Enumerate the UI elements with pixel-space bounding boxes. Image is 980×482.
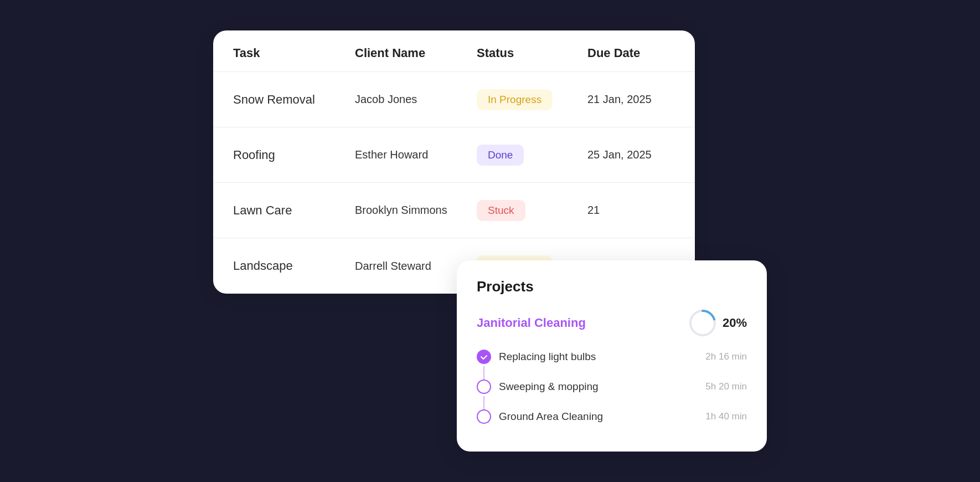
status-cell: In Progress	[477, 89, 587, 110]
task-row-content: Replacing light bulbs 2h 16 min	[499, 351, 747, 363]
projects-title: Projects	[477, 278, 747, 295]
header-due-date: Due Date	[587, 46, 695, 60]
task-time: 1h 40 min	[705, 411, 747, 422]
status-cell: Stuck	[477, 200, 587, 221]
progress-container: 20%	[688, 309, 747, 337]
client-name: Esther Howard	[355, 148, 477, 161]
task-list: Replacing light bulbs 2h 16 min Sweeping…	[477, 342, 747, 432]
check-icon	[480, 353, 488, 361]
task-row-content: Ground Area Cleaning 1h 40 min	[499, 411, 747, 423]
task-time: 5h 20 min	[705, 381, 747, 392]
status-cell: Done	[477, 145, 587, 166]
header-client: Client Name	[355, 46, 477, 60]
projects-card: Projects Janitorial Cleaning 20%	[457, 260, 767, 452]
task-item: Replacing light bulbs 2h 16 min	[477, 342, 747, 372]
task-item: Ground Area Cleaning 1h 40 min	[477, 402, 747, 432]
main-container: Task Client Name Status Due Date Priorit…	[213, 30, 767, 452]
task-name: Roofing	[233, 148, 355, 162]
project-name: Janitorial Cleaning	[477, 316, 586, 330]
due-date: 21 Jan, 2025	[587, 93, 695, 106]
table-row: Snow Removal Jacob Jones In Progress 21 …	[213, 72, 695, 127]
task-label: Ground Area Cleaning	[499, 411, 699, 423]
task-label: Replacing light bulbs	[499, 351, 699, 363]
project-header: Janitorial Cleaning 20%	[477, 309, 747, 337]
task-table-card: Task Client Name Status Due Date Priorit…	[213, 30, 695, 294]
status-badge: Stuck	[477, 200, 525, 221]
task-label: Sweeping & mopping	[499, 381, 699, 393]
task-check-completed	[477, 350, 491, 364]
client-name: Brooklyn Simmons	[355, 204, 477, 217]
task-row-content: Sweeping & mopping 5h 20 min	[499, 381, 747, 393]
table-row: Lawn Care Brooklyn Simmons Stuck 21	[213, 183, 695, 238]
task-name: Lawn Care	[233, 203, 355, 218]
table-row: Roofing Esther Howard Done 25 Jan, 2025 …	[213, 127, 695, 183]
status-badge: Done	[477, 145, 524, 166]
due-date: 25 Jan, 2025	[587, 148, 695, 161]
header-task: Task	[233, 46, 355, 60]
task-name: Landscape	[233, 259, 355, 273]
table-header: Task Client Name Status Due Date Priorit…	[213, 30, 695, 72]
client-name: Jacob Jones	[355, 93, 477, 106]
task-check-empty	[477, 409, 491, 424]
status-badge: In Progress	[477, 89, 553, 110]
progress-percent: 20%	[723, 316, 747, 330]
task-time: 2h 16 min	[705, 351, 747, 362]
task-item: Sweeping & mopping 5h 20 min	[477, 372, 747, 402]
task-name: Snow Removal	[233, 93, 355, 107]
progress-circle-icon	[688, 309, 717, 337]
task-check-empty	[477, 380, 491, 394]
header-status: Status	[477, 46, 587, 60]
due-date: 21	[587, 204, 695, 217]
